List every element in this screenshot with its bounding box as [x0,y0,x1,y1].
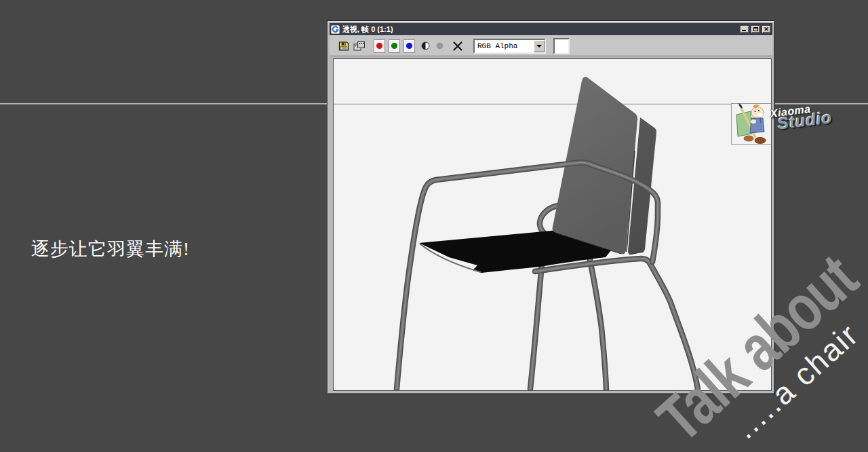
green-channel-icon [391,42,398,50]
xiaoma-painter-mascot [732,102,770,146]
blue-channel-button[interactable] [403,39,415,53]
chevron-down-icon [536,45,542,48]
minimize-icon [742,30,746,31]
maximize-icon [753,27,758,31]
red-channel-icon [376,42,383,50]
chair-render-image [334,59,772,391]
dropdown-arrow-button[interactable] [534,40,545,52]
window-controls: ✕ [740,25,771,33]
green-channel-button[interactable] [389,39,400,53]
render-canvas [333,58,772,391]
studio-logo-box [731,103,771,145]
save-bitmap-button[interactable] [338,41,349,52]
background-color-swatch[interactable] [553,38,570,54]
window-titlebar[interactable]: 透视, 帧 0 (1:1) ✕ [330,23,772,35]
rendered-frame-window: 透视, 帧 0 (1:1) ✕ [327,20,775,394]
clone-frame-button[interactable] [353,41,366,52]
channel-display-dropdown[interactable]: RGB Alpha [473,39,546,54]
window-title: 透视, 帧 0 (1:1) [342,24,740,35]
slide-caption: 逐步让它羽翼丰满! [31,237,190,261]
maximize-button[interactable] [751,25,760,33]
alpha-channel-button[interactable] [421,41,430,50]
close-button[interactable]: ✕ [762,25,771,33]
minimize-button[interactable] [740,25,749,33]
red-channel-button[interactable] [374,39,385,53]
vfb-g-icon [331,25,340,34]
slide-page: { "page": { "caption": "逐步让它羽翼丰满!" }, "w… [0,0,868,452]
clear-button[interactable] [452,41,463,52]
vfb-toolbar: RGB Alpha [330,35,772,56]
studio-logo-text: Xiaoma Studio [770,101,833,133]
blue-channel-icon [406,42,413,50]
monochrome-button[interactable] [436,42,443,50]
